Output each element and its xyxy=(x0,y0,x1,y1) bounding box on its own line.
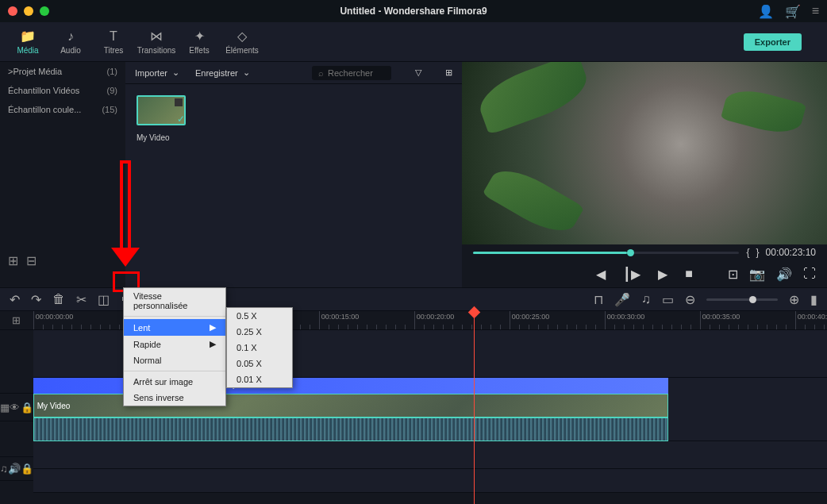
preview-panel: { } 00:00:23:10 ◀ ┃▶ ▶ ■ ⊡ 📷 🔊 ⛶ xyxy=(462,62,827,287)
check-icon: ✓ xyxy=(177,113,185,125)
cut-icon[interactable]: ✂ xyxy=(76,292,87,307)
sidebar-item-project[interactable]: >Projet Média (1) xyxy=(0,62,125,81)
add-folder-icon[interactable]: ⊞ xyxy=(8,253,18,268)
tab-label: Audio xyxy=(60,46,81,55)
titlebar: Untitled - Wondershare Filmora9 👤 🛒 ≡ xyxy=(0,0,827,22)
menu-fast[interactable]: Rapide ▶ xyxy=(124,336,225,352)
sidebar-item-sample-colors[interactable]: Échantillon coule... (15) xyxy=(0,100,125,119)
video-track-icon[interactable]: ▦ xyxy=(0,402,10,414)
preview-controls: { } 00:00:23:10 ◀ ┃▶ ▶ ■ ⊡ 📷 🔊 ⛶ xyxy=(462,244,827,287)
lock-icon[interactable]: 🔒 xyxy=(21,463,33,475)
speed-context-menu: Vitesse personnalisée Lent ▶ Rapide ▶ No… xyxy=(123,287,226,406)
thumbnail-image: ✓ xyxy=(137,95,186,125)
visibility-icon[interactable]: 👁 xyxy=(10,402,20,414)
display-icon[interactable]: ⊡ xyxy=(728,267,738,282)
add-track-icon[interactable]: ⊞ xyxy=(12,314,21,326)
volume-icon[interactable]: 🔊 xyxy=(776,267,792,282)
bracket-close-icon[interactable]: } xyxy=(756,247,760,258)
mute-icon[interactable]: 🔊 xyxy=(8,463,21,475)
mic-icon[interactable]: 🎤 xyxy=(614,292,630,307)
folder-icon: 📁 xyxy=(20,29,36,44)
transitions-icon: ⋈ xyxy=(150,29,163,44)
sidebar-item-count: (15) xyxy=(102,105,117,114)
close-window-button[interactable] xyxy=(8,6,17,16)
media-thumbnail[interactable]: ✓ My Video xyxy=(137,95,186,142)
menu-slow[interactable]: Lent ▶ xyxy=(124,319,225,336)
slow-option[interactable]: 0.1 X xyxy=(227,340,292,356)
tab-effects[interactable]: ✦ Effets xyxy=(178,22,221,62)
main-tabbar: 📁 Média ♪ Audio T Titres ⋈ Transitions ✦… xyxy=(0,22,827,62)
lock-icon[interactable]: 🔒 xyxy=(21,402,33,414)
menu-freeze-frame[interactable]: Arrêt sur image xyxy=(124,374,225,390)
save-dropdown[interactable]: Enregistrer ⌄ xyxy=(195,67,250,78)
timeline-gutter: ⊞ ▦ 👁 🔒 ♫ 🔊 🔒 xyxy=(0,311,33,504)
export-button[interactable]: Exporter xyxy=(744,33,802,51)
maximize-window-button[interactable] xyxy=(40,6,49,16)
audio-clip[interactable] xyxy=(33,417,668,441)
tab-titles[interactable]: T Titres xyxy=(92,22,135,62)
seek-slider[interactable] xyxy=(473,252,739,254)
effects-icon: ✦ xyxy=(194,29,205,44)
import-label: Importer xyxy=(135,68,167,78)
zoom-fit-icon[interactable]: ▮ xyxy=(810,292,817,307)
zoom-slider[interactable] xyxy=(706,298,778,301)
render-icon[interactable]: ▭ xyxy=(662,292,674,307)
menu-reverse[interactable]: Sens inverse xyxy=(124,390,225,406)
prev-frame-button[interactable]: ◀ xyxy=(596,267,606,282)
slow-option[interactable]: 0.5 X xyxy=(227,308,292,324)
tab-audio[interactable]: ♪ Audio xyxy=(49,22,92,62)
media-panel: Importer ⌄ Enregistrer ⌄ ⌕ ▽ ⊞ ✓ My Vide… xyxy=(125,62,462,287)
search-box[interactable]: ⌕ xyxy=(312,66,391,80)
submenu-arrow-icon: ▶ xyxy=(210,339,216,349)
slow-option[interactable]: 0.05 X xyxy=(227,356,292,371)
slow-option[interactable]: 0.01 X xyxy=(227,371,292,387)
bracket-open-icon[interactable]: { xyxy=(747,247,750,258)
fullscreen-icon[interactable]: ⛶ xyxy=(803,267,816,281)
save-label: Enregistrer xyxy=(195,68,238,78)
next-frame-button[interactable]: ┃▶ xyxy=(623,267,640,282)
play-button[interactable]: ▶ xyxy=(658,267,667,282)
mixer-icon[interactable]: ♫ xyxy=(641,292,651,306)
import-dropdown[interactable]: Importer ⌄ xyxy=(135,67,179,78)
user-icon[interactable]: 👤 xyxy=(758,4,774,19)
redo-icon[interactable]: ↷ xyxy=(31,292,41,307)
media-toolbar: Importer ⌄ Enregistrer ⌄ ⌕ ▽ ⊞ xyxy=(125,62,462,84)
playhead[interactable] xyxy=(474,311,475,504)
slow-option[interactable]: 0.25 X xyxy=(227,324,292,340)
tab-transitions[interactable]: ⋈ Transitions xyxy=(135,22,178,62)
window-controls xyxy=(8,6,49,16)
tab-label: Effets xyxy=(189,46,209,55)
chevron-down-icon: ⌄ xyxy=(172,67,179,78)
menu-icon[interactable]: ≡ xyxy=(812,4,819,19)
snapshot-icon[interactable]: 📷 xyxy=(749,267,765,282)
stop-button[interactable]: ■ xyxy=(685,267,693,281)
grid-view-icon[interactable]: ⊞ xyxy=(445,67,452,78)
sidebar-item-label: Échantillon Vidéos xyxy=(8,86,79,95)
menu-custom-speed[interactable]: Vitesse personnalisée xyxy=(124,288,225,314)
undo-icon[interactable]: ↶ xyxy=(10,292,20,307)
remove-folder-icon[interactable]: ⊟ xyxy=(26,253,37,268)
minimize-window-button[interactable] xyxy=(24,6,33,16)
cart-icon[interactable]: 🛒 xyxy=(785,4,801,19)
menu-normal[interactable]: Normal xyxy=(124,352,225,368)
zoom-in-icon[interactable]: ⊕ xyxy=(789,292,799,307)
search-input[interactable] xyxy=(328,68,383,78)
search-icon: ⌕ xyxy=(318,68,324,78)
tab-media[interactable]: 📁 Média xyxy=(6,22,49,62)
crop-icon[interactable]: ◫ xyxy=(98,292,110,307)
sidebar-item-label: >Projet Média xyxy=(8,67,62,76)
window-title: Untitled - Wondershare Filmora9 xyxy=(340,6,487,17)
media-sidebar: >Projet Média (1) Échantillon Vidéos (9)… xyxy=(0,62,125,287)
submenu-arrow-icon: ▶ xyxy=(210,322,216,333)
preview-viewport xyxy=(462,62,827,244)
sidebar-item-label: Échantillon coule... xyxy=(8,105,81,114)
zoom-out-icon[interactable]: ⊖ xyxy=(685,292,695,307)
marker-icon[interactable]: ⊓ xyxy=(594,292,603,307)
audio-track-icon[interactable]: ♫ xyxy=(0,463,8,475)
tab-label: Média xyxy=(17,46,38,55)
thumbnail-label: My Video xyxy=(137,133,186,142)
filter-icon[interactable]: ▽ xyxy=(415,67,421,78)
sidebar-item-sample-videos[interactable]: Échantillon Vidéos (9) xyxy=(0,81,125,100)
delete-icon[interactable]: 🗑 xyxy=(52,292,65,306)
tab-elements[interactable]: ◇ Éléments xyxy=(221,22,263,62)
